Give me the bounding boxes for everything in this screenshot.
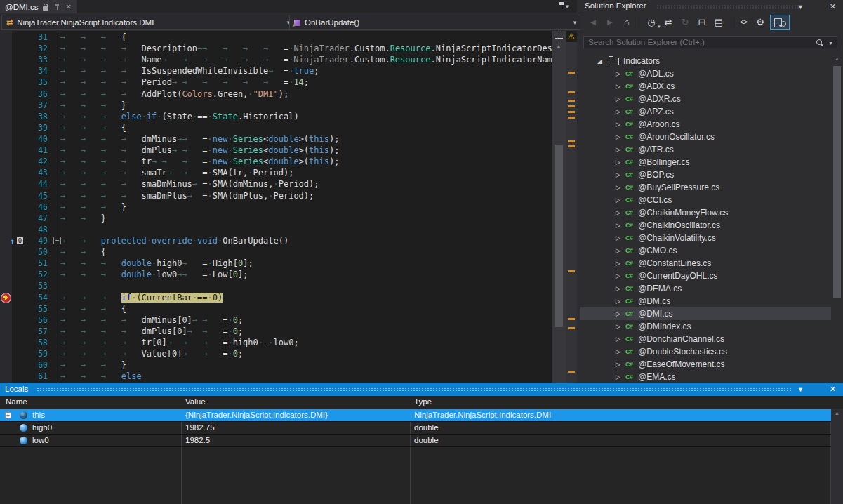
fold-margin[interactable] [48,348,60,359]
glyph-margin[interactable] [0,213,31,224]
fold-margin[interactable] [48,156,60,167]
fold-margin[interactable] [48,54,60,65]
fold-margin[interactable] [48,190,60,201]
tree-item[interactable]: ▷C#@DMI.cs [580,307,831,320]
expander-icon[interactable]: ▷ [616,209,625,216]
fold-margin[interactable] [48,258,60,269]
code-line[interactable]: 47→ → } [0,213,552,224]
glyph-margin[interactable] [0,337,31,348]
code-line[interactable]: 45→ → → → smaDmPlus→ =·SMA(dmPlus,·Perio… [0,190,552,201]
scroll-up-icon[interactable]: ▲ [831,56,843,61]
tree-item[interactable]: ▷C#@DonchianChannel.cs [580,333,831,345]
tree-item[interactable]: ▷C#@ADXR.cs [580,93,831,105]
tree-item[interactable]: ▷C#@Bollinger.cs [580,156,831,168]
tree-item[interactable]: ▷C#@DM.cs [580,295,831,307]
glyph-margin[interactable] [0,224,31,235]
code-line[interactable]: 31→ → → { [0,32,552,43]
fold-margin[interactable] [48,303,60,314]
tab-list-dropdown-icon[interactable]: ▼ [564,4,570,10]
code-line[interactable]: 34→ → → → IsSuspendedWhileInvisible→ =·t… [0,65,552,77]
fold-margin[interactable] [48,280,60,291]
fold-margin[interactable] [48,246,60,258]
expander-icon[interactable]: ▷ [616,171,625,178]
close-icon[interactable]: ✕ [830,385,836,394]
glyph-margin[interactable] [0,133,31,145]
tree-item[interactable]: ▷C#@ATR.cs [580,143,831,156]
code-line[interactable]: 56→ → → → dmMinus[0]→ → =·0; [0,314,552,326]
expander-icon[interactable]: ▷ [616,298,625,305]
fold-margin[interactable] [48,269,60,280]
home-icon[interactable]: ⌂ [620,16,634,29]
glyph-margin[interactable] [0,326,31,337]
fold-margin[interactable] [48,371,60,382]
fold-margin[interactable] [48,292,60,303]
glyph-margin[interactable] [0,292,31,303]
glyph-margin[interactable] [0,178,31,190]
tree-item[interactable]: ▷C#@ADL.cs [580,67,831,80]
code-line[interactable]: 44→ → → → smaDmMinus→ =·SMA(dmMinus,·Per… [0,178,552,190]
tab-dmi-cs[interactable]: @DMI.cs ✕ [0,0,77,13]
locals-row[interactable]: low01982.5double [0,435,831,447]
forward-icon[interactable]: ► [603,16,617,29]
method-dropdown[interactable]: OnBarUpdate() ▼ [289,15,583,30]
expander-icon[interactable]: ▷ [616,184,625,191]
fold-collapse-icon[interactable]: − [53,237,61,244]
fold-margin[interactable] [48,201,60,213]
code-line[interactable]: 51→ → → double·high0→ =·High[0]; [0,258,552,269]
fold-margin[interactable] [48,122,60,133]
tree-item[interactable]: ▷C#@DMIndex.cs [580,320,831,333]
tree-item[interactable]: ▷C#@APZ.cs [580,105,831,118]
glyph-margin[interactable] [0,359,31,371]
tree-item[interactable]: ▷C#@Aroon.cs [580,118,831,131]
expander-icon[interactable]: ▷ [616,108,625,115]
tree-item[interactable]: ▷C#@DoubleStochastics.cs [580,345,831,358]
glyph-margin[interactable] [0,258,31,269]
expander-icon[interactable]: ▷ [616,272,625,279]
code-line[interactable]: 48 [0,224,552,235]
expander-icon[interactable]: ▷ [616,260,625,267]
scroll-up-icon[interactable]: ▲ [552,44,566,48]
collapse-expander-icon[interactable]: ◢ [597,58,606,65]
glyph-margin[interactable] [0,167,31,178]
expander-icon[interactable]: ▷ [616,348,625,355]
glyph-margin[interactable] [0,88,31,100]
glyph-margin[interactable] [0,314,31,326]
fold-margin[interactable] [48,32,60,43]
glyph-margin[interactable] [0,201,31,213]
scrollbar-thumb[interactable] [555,145,563,327]
glyph-margin[interactable] [0,303,31,314]
code-line[interactable]: 41→ → → → dmPlus→ → =·new·Series<double>… [0,145,552,156]
glyph-margin[interactable] [0,65,31,77]
fold-margin[interactable] [48,359,60,371]
code-line[interactable]: 32→ → → → Description→→ → → → =·NinjaTra… [0,43,552,54]
fold-margin[interactable] [48,100,60,111]
fold-margin[interactable] [48,111,60,122]
glyph-margin[interactable] [0,100,31,111]
close-icon[interactable]: ✕ [830,2,836,11]
editor-splitter-handle[interactable] [552,31,566,42]
code-line[interactable]: 37→ → → } [0,100,552,111]
tree-item[interactable]: ▷C#@CCI.cs [580,194,831,206]
code-line[interactable]: 36→ → → → AddPlot(Colors.Green,·"DMI"); [0,88,552,100]
glyph-margin[interactable] [0,145,31,156]
code-line[interactable]: 40→ → → → dmMinus→→ =·new·Series<double>… [0,133,552,145]
fold-margin[interactable] [48,77,60,88]
tree-item[interactable]: ▷C#@BuySellPressure.cs [580,181,831,194]
code-line[interactable]: 52→ → → double·low0→→ =·Low[0]; [0,269,552,280]
fold-margin[interactable] [48,133,60,145]
expander-icon[interactable]: ▷ [616,70,625,77]
glyph-margin[interactable] [0,246,31,258]
solution-explorer-scrollbar[interactable]: ▲ [831,55,843,383]
locals-row[interactable]: high01982.75double [0,422,831,435]
fold-margin[interactable] [48,213,60,224]
code-line[interactable]: 53 [0,280,552,291]
expander-icon[interactable]: ▷ [616,361,625,368]
tree-item[interactable]: ▷C#@BOP.cs [580,168,831,181]
glyph-margin[interactable] [0,43,31,54]
back-icon[interactable]: ◄ [586,16,600,29]
expander-icon[interactable]: ▷ [616,159,625,166]
expander-icon[interactable]: ▷ [616,197,625,204]
fold-margin[interactable] [48,224,60,235]
chevron-down-icon[interactable]: ▼ [828,41,833,46]
code-line[interactable]: 35→ → → → Period→ → → → → → =·14; [0,77,552,88]
